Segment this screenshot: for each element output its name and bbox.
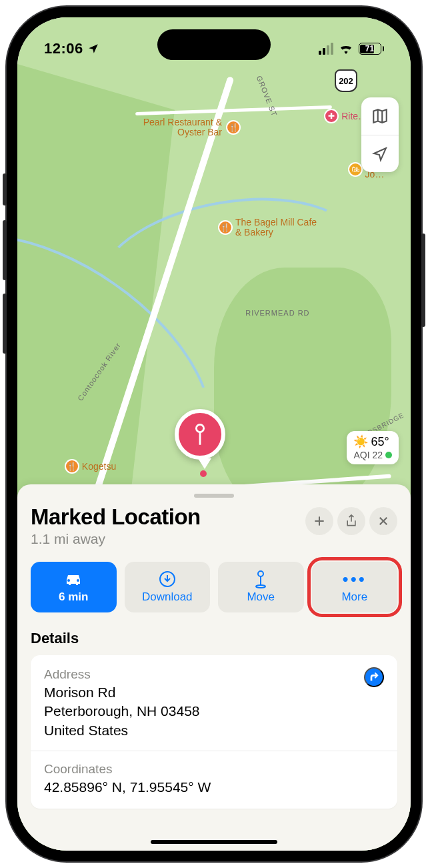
svg-point-7 [258, 571, 263, 576]
aqi-label: AQI 22 [353, 450, 383, 461]
place-title: Marked Location [31, 504, 201, 530]
cellular-signal-icon [319, 43, 333, 55]
side-button [3, 173, 7, 205]
map-controls [361, 97, 399, 172]
address-label: Address [44, 667, 200, 682]
pin-point [200, 470, 207, 477]
temperature-value: 65° [371, 435, 389, 450]
place-sheet: Marked Location 1.1 mi away [17, 484, 411, 851]
shop-icon: 🛍 [348, 162, 363, 177]
restaurant-icon: 🍴 [218, 220, 233, 235]
map-mode-button[interactable] [361, 97, 399, 135]
address-directions-button[interactable] [364, 667, 384, 687]
weather-badge[interactable]: ☀️ 65° AQI 22 [347, 431, 399, 464]
dynamic-island [157, 29, 271, 60]
pin-icon [191, 422, 209, 446]
road-label: GROVE ST [255, 75, 279, 118]
svg-point-9 [256, 585, 265, 588]
location-arrow-icon [372, 146, 388, 162]
action-row: 6 min Download Move ••• [31, 562, 397, 612]
plus-icon [313, 514, 326, 528]
pin-tail [198, 458, 211, 469]
locate-me-button[interactable] [361, 135, 399, 172]
car-icon [63, 570, 83, 588]
ellipsis-icon: ••• [343, 570, 367, 588]
map-icon [371, 107, 389, 125]
close-button[interactable] [369, 507, 397, 535]
share-icon [345, 514, 358, 528]
poi-bagel[interactable]: 🍴 The Bagel Mill Cafe & Bakery [218, 218, 322, 238]
volume-down-button [3, 294, 7, 354]
poi-pearl[interactable]: Pearl Restaurant & Oyster Bar 🍴 [135, 117, 241, 138]
power-button [421, 234, 425, 327]
download-button[interactable]: Download [125, 562, 211, 612]
volume-up-button [3, 220, 7, 280]
turn-arrow-icon [369, 672, 379, 683]
phone-frame: 12:06 71 [7, 7, 421, 861]
share-button[interactable] [337, 507, 365, 535]
route-shield: 202 [335, 69, 357, 92]
move-pin-icon [253, 570, 268, 588]
screen: 12:06 71 [17, 17, 411, 851]
directions-button[interactable]: 6 min [31, 562, 117, 612]
battery-indicator: 71 [359, 43, 385, 55]
restaurant-icon: 🍴 [226, 120, 241, 135]
details-card: Address Morison Rd Peterborough, NH 0345… [31, 655, 397, 809]
address-value: Morison Rd Peterborough, NH 03458 United… [44, 683, 200, 740]
dropped-pin-marker[interactable] [175, 409, 225, 460]
status-time: 12:06 [44, 40, 99, 57]
aqi-dot-icon [385, 452, 392, 458]
coordinates-label: Coordinates [44, 762, 384, 777]
move-pin-button[interactable]: Move [218, 562, 304, 612]
location-services-icon [87, 43, 99, 55]
pharmacy-icon: ✚ [324, 109, 339, 123]
more-button-highlight: ••• More [307, 557, 403, 617]
place-subtitle: 1.1 mi away [31, 531, 201, 547]
close-icon [377, 515, 389, 527]
add-button[interactable] [305, 507, 333, 535]
sheet-grabber[interactable] [194, 494, 234, 498]
details-heading: Details [31, 630, 397, 647]
coordinates-value: 42.85896° N, 71.95545° W [44, 778, 384, 797]
svg-point-0 [196, 424, 203, 432]
divider [31, 751, 397, 751]
home-indicator[interactable] [151, 840, 277, 844]
drive-time-label: 6 min [59, 590, 88, 604]
sun-icon: ☀️ [353, 435, 368, 450]
download-icon [159, 570, 176, 588]
more-button[interactable]: ••• More [312, 562, 398, 612]
wifi-icon [339, 43, 353, 54]
restaurant-icon: 🍴 [65, 459, 79, 474]
road-label: RIVERMEAD RD [245, 309, 309, 317]
poi-kogetsu[interactable]: 🍴 Kogetsu [65, 459, 116, 474]
